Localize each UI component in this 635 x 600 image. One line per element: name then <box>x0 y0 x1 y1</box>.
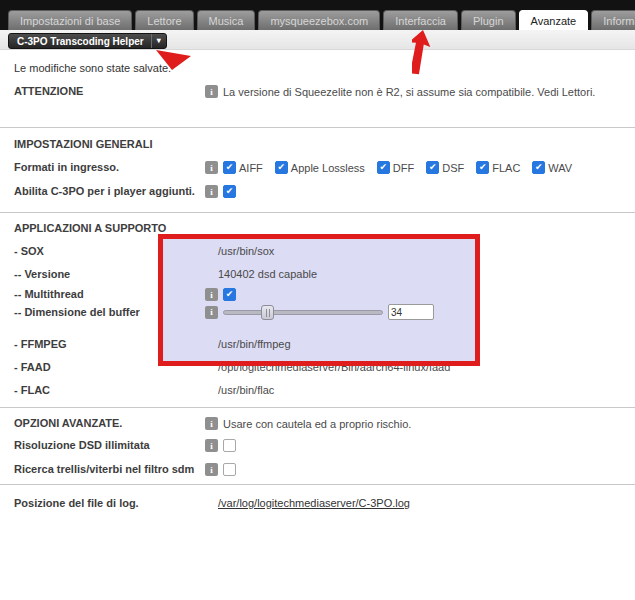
advanced-options-row: OPZIONI AVANZATE. i Usare con cautela ed… <box>14 417 625 430</box>
support-section-title: APPLICAZIONI A SUPPORTO <box>14 222 166 234</box>
checkbox-trellis[interactable] <box>223 463 236 476</box>
tab-interfaccia[interactable]: Interfaccia <box>383 10 458 30</box>
chevron-down-icon: ▾ <box>151 34 161 48</box>
enable-players-value: i <box>205 185 236 198</box>
tab-lettore[interactable]: Lettore <box>135 10 193 30</box>
checkbox-dsd-resolution[interactable] <box>223 439 236 452</box>
section-divider <box>0 407 635 408</box>
info-icon[interactable]: i <box>205 161 218 174</box>
settings-page: Impostazioni di base Lettore Musica mysq… <box>0 0 635 600</box>
multithread-value: i <box>205 288 236 301</box>
input-formats-row: Formati in ingresso. i AIFF Apple Lossle… <box>14 161 625 174</box>
format-label: WAV <box>548 162 572 174</box>
advanced-options-note: Usare con cautela ed a proprio rischio. <box>223 418 411 430</box>
checkbox-dff[interactable] <box>377 161 390 174</box>
ffmpeg-row: - FFMPEG /usr/bin/ffmpeg <box>14 338 625 350</box>
tab-informazioni[interactable]: Informazioni <box>591 10 635 30</box>
trellis-row: Ricerca trellis/viterbi nel filtro sdm i <box>14 463 625 476</box>
tab-musica[interactable]: Musica <box>197 10 256 30</box>
tab-plugin[interactable]: Plugin <box>461 10 516 30</box>
info-icon[interactable]: i <box>205 417 218 430</box>
checkbox-wav[interactable] <box>532 161 545 174</box>
saved-message-row: Le modifiche sono state salvate. <box>14 62 625 74</box>
format-label: DSF <box>442 162 464 174</box>
log-file-label: Posizione del file di log. <box>14 497 205 509</box>
trellis-label: Ricerca trellis/viterbi nel filtro sdm <box>14 463 205 475</box>
tab-impostazioni-di-base[interactable]: Impostazioni di base <box>8 10 132 30</box>
format-option-aiff: AIFF <box>223 161 263 174</box>
flac-path: /usr/bin/flac <box>205 384 274 396</box>
info-icon[interactable]: i <box>205 463 218 476</box>
general-section-title: IMPOSTAZIONI GENERALI <box>14 138 153 150</box>
sox-version-value: 140402 dsd capable <box>205 268 317 280</box>
format-label: FLAC <box>492 162 520 174</box>
log-file-row: Posizione del file di log. /var/log/logi… <box>14 497 625 509</box>
format-option-wav: WAV <box>532 161 572 174</box>
plugin-select-dropdown[interactable]: C-3PO Transcoding Helper ▾ <box>8 33 167 49</box>
format-option-dff: DFF <box>377 161 414 174</box>
buffer-size-slider[interactable] <box>223 305 383 320</box>
plugin-toolbar: C-3PO Transcoding Helper ▾ <box>0 30 635 50</box>
tab-mysqueezebox[interactable]: mysqueezebox.com <box>258 10 380 30</box>
enable-players-row: Abilita C-3PO per i player aggiunti. i <box>14 185 625 198</box>
section-divider <box>0 127 635 128</box>
tab-avanzate[interactable]: Avanzate <box>519 10 589 30</box>
checkbox-enable-players[interactable] <box>223 185 236 198</box>
sox-version-label: -- Versione <box>14 268 205 280</box>
checkbox-aiff[interactable] <box>223 161 236 174</box>
info-icon[interactable]: i <box>205 439 218 452</box>
sox-version-row: -- Versione 140402 dsd capable <box>14 268 625 280</box>
info-icon[interactable]: i <box>205 85 218 98</box>
buffer-size-input[interactable] <box>388 304 434 320</box>
attention-value: i La versione di Squeezelite non è R2, s… <box>205 85 595 98</box>
trellis-value: i <box>205 463 236 476</box>
checkbox-flac[interactable] <box>476 161 489 174</box>
log-file-link-wrap: /var/log/logitechmediaserver/C-3PO.log <box>205 497 410 509</box>
buffer-size-label: -- Dimensione del buffer <box>14 306 205 318</box>
input-formats-value: i AIFF Apple Lossless DFF DSF FLAC <box>205 161 579 174</box>
log-file-link[interactable]: /var/log/logitechmediaserver/C-3PO.log <box>218 497 410 509</box>
dsd-resolution-label: Risoluzione DSD illimitata <box>14 439 205 451</box>
multithread-row: -- Multithread i <box>14 288 625 301</box>
format-label: Apple Lossless <box>291 162 365 174</box>
format-option-dsf: DSF <box>426 161 464 174</box>
flac-row: - FLAC /usr/bin/flac <box>14 384 625 396</box>
format-label: DFF <box>393 162 414 174</box>
section-divider <box>0 484 635 485</box>
checkbox-dsf[interactable] <box>426 161 439 174</box>
ffmpeg-path: /usr/bin/ffmpeg <box>205 338 291 350</box>
sox-path: /usr/bin/sox <box>205 245 274 257</box>
info-icon[interactable]: i <box>205 185 218 198</box>
dsd-resolution-row: Risoluzione DSD illimitata i <box>14 439 625 452</box>
enable-players-label: Abilita C-3PO per i player aggiunti. <box>14 185 205 197</box>
advanced-options-label: OPZIONI AVANZATE. <box>14 417 205 429</box>
attention-row: ATTENZIONE i La versione di Squeezelite … <box>14 85 625 98</box>
section-divider <box>0 212 635 213</box>
faad-row: - FAAD /opt/logitechmediaserver/Bin/aarc… <box>14 361 625 373</box>
checkbox-apple-lossless[interactable] <box>275 161 288 174</box>
faad-label: - FAAD <box>14 361 205 373</box>
format-label: AIFF <box>239 162 263 174</box>
tab-strip: Impostazioni di base Lettore Musica mysq… <box>8 10 635 30</box>
top-tab-bar: Impostazioni di base Lettore Musica mysq… <box>0 0 635 30</box>
sox-label: - SOX <box>14 245 205 257</box>
flac-label: - FLAC <box>14 384 205 396</box>
slider-handle[interactable] <box>261 305 274 320</box>
info-icon[interactable]: i <box>205 306 218 319</box>
sox-row: - SOX /usr/bin/sox <box>14 245 625 257</box>
faad-path: /opt/logitechmediaserver/Bin/aarch64-lin… <box>205 361 450 373</box>
saved-message: Le modifiche sono state salvate. <box>14 62 171 74</box>
dsd-resolution-value: i <box>205 439 236 452</box>
multithread-label: -- Multithread <box>14 288 205 300</box>
advanced-options-note-wrap: i Usare con cautela ed a proprio rischio… <box>205 417 411 430</box>
checkbox-multithread[interactable] <box>223 288 236 301</box>
attention-text: La versione di Squeezelite non è R2, si … <box>223 86 595 98</box>
slider-track <box>223 310 383 315</box>
format-option-flac: FLAC <box>476 161 520 174</box>
plugin-select-label: C-3PO Transcoding Helper <box>17 36 144 47</box>
input-formats-label: Formati in ingresso. <box>14 161 205 173</box>
ffmpeg-label: - FFMPEG <box>14 338 205 350</box>
buffer-size-value: i <box>205 304 434 320</box>
info-icon[interactable]: i <box>205 288 218 301</box>
attention-label: ATTENZIONE <box>14 85 205 97</box>
